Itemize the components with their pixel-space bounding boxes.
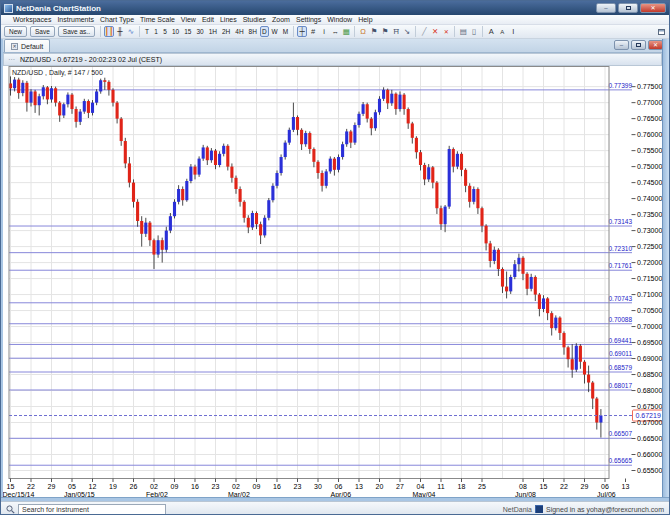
tab-default[interactable]: ✕ Default [4, 39, 50, 52]
timeframe-t-button[interactable]: T [143, 26, 151, 37]
trendline-icon[interactable]: ╱ [419, 26, 429, 37]
timeframe-15-button[interactable]: 15 [182, 26, 193, 37]
svg-text:0.73000: 0.73000 [637, 227, 662, 234]
delete-all-lines-icon[interactable]: ✕ [441, 26, 451, 37]
maximize-button[interactable] [618, 3, 638, 13]
svg-text:06: 06 [601, 483, 609, 490]
expand-icon[interactable]: ↔ [330, 26, 340, 37]
timeframe-1-button[interactable]: 1 [152, 26, 160, 37]
chart-close-button[interactable]: ✕ [648, 40, 663, 50]
minimize-button[interactable]: – [596, 3, 616, 13]
print-icon[interactable]: ▤ [458, 26, 468, 37]
menu-chart-type[interactable]: Chart Type [100, 16, 134, 23]
svg-text:0.70000: 0.70000 [637, 323, 662, 330]
alert-down-icon[interactable]: ⚑ [369, 26, 379, 37]
menu-lines[interactable]: Lines [220, 16, 237, 23]
search-icon [6, 505, 15, 514]
trend-step-icon[interactable]: ↘ [402, 26, 412, 37]
svg-text:25: 25 [478, 483, 486, 490]
candlestick-chart-canvas[interactable]: 0.773990.731430.723100.717610.707430.700… [1, 66, 664, 497]
timeframe-30-button[interactable]: 30 [194, 26, 205, 37]
print-preview-icon[interactable]: ▯ [469, 26, 479, 37]
svg-text:0.70500: 0.70500 [637, 307, 662, 314]
save-button[interactable]: Save [30, 26, 55, 37]
timeframe-4h-button[interactable]: 4H [233, 26, 245, 37]
workspace-frame-right [662, 39, 669, 497]
alarm-bell-icon[interactable]: Ω [358, 26, 368, 37]
crosshair-icon[interactable]: ┼ [297, 26, 307, 37]
svg-text:0.77000: 0.77000 [637, 99, 662, 106]
timeframe-5-button[interactable]: 5 [161, 26, 169, 37]
save-as-button[interactable]: Save as.. [58, 26, 95, 37]
svg-text:0.68500: 0.68500 [637, 371, 662, 378]
timeframe-2h-button[interactable]: 2H [220, 26, 232, 37]
alert-up-icon[interactable]: ⚑ [380, 26, 390, 37]
bar-chart-icon[interactable]: ┃┃ [104, 26, 114, 37]
svg-text:0.70743: 0.70743 [609, 295, 633, 302]
title-bar[interactable]: NetDania ChartStation – ✕ [1, 1, 669, 15]
timeframe-d-button[interactable]: D [260, 26, 269, 37]
svg-text:09: 09 [253, 483, 261, 490]
timeframe-8h-button[interactable]: 8H [247, 26, 259, 37]
svg-text:0.73500: 0.73500 [637, 211, 662, 218]
annotation-icon[interactable]: Ħ [391, 26, 401, 37]
window-controls: – ✕ [596, 3, 666, 13]
svg-text:02: 02 [232, 483, 240, 490]
menu-settings[interactable]: Settings [296, 16, 321, 23]
chart-window-menu-icon[interactable]: ⋯ [8, 56, 16, 64]
menu-workspaces[interactable]: Workspaces [13, 16, 51, 23]
menu-instruments[interactable]: Instruments [57, 16, 94, 23]
text-tool-icon[interactable]: I [508, 26, 518, 37]
toolbar-separator [100, 26, 101, 37]
menu-bar: WorkspacesInstrumentsChart TypeTime Scal… [1, 15, 669, 25]
menu-edit[interactable]: Edit [202, 16, 214, 23]
close-button[interactable]: ✕ [640, 3, 666, 13]
price-chart[interactable]: 0.773990.731430.723100.717610.707430.700… [1, 66, 664, 497]
chart-restore-button[interactable] [631, 40, 646, 50]
mdi-window-controls: – ✕ [614, 40, 666, 52]
svg-text:0.65665: 0.65665 [609, 457, 633, 464]
menu-window[interactable]: Window [327, 16, 352, 23]
menu-view[interactable]: View [181, 16, 196, 23]
svg-text:26: 26 [130, 483, 138, 490]
instrument-search-input[interactable] [18, 504, 166, 515]
svg-text:0.77399: 0.77399 [609, 82, 633, 89]
tab-close-icon[interactable]: ✕ [11, 43, 18, 50]
candlestick-icon[interactable]: ╫ [115, 26, 125, 37]
timeframe-w-button[interactable]: W [270, 26, 280, 37]
svg-text:0.72500: 0.72500 [637, 243, 662, 250]
tab-bar: ✕ Default – ✕ [1, 39, 669, 53]
menu-help[interactable]: Help [358, 16, 372, 23]
svg-text:11: 11 [437, 483, 444, 490]
delete-line-icon[interactable]: ✕ [430, 26, 440, 37]
menu-zoom[interactable]: Zoom [272, 16, 290, 23]
line-chart-icon[interactable]: ∿ [126, 26, 136, 37]
snapshot-icon[interactable]: ▦ [341, 26, 351, 37]
info-icon[interactable]: i [319, 26, 329, 37]
timeframe-1h-button[interactable]: 1H [207, 26, 219, 37]
svg-text:0.70088: 0.70088 [609, 316, 633, 323]
svg-text:29: 29 [581, 483, 589, 490]
toolbar: NewSaveSave as..┃┃╫∿T151015301H2H4H8HDWM… [1, 25, 669, 39]
svg-text:0.69441: 0.69441 [609, 337, 633, 344]
signed-in-label: Signed in as yohay@forexcrunch.com [546, 506, 664, 513]
menu-time-scale[interactable]: Time Scale [140, 16, 175, 23]
svg-text:0.67000: 0.67000 [637, 419, 662, 426]
font-decrease-icon[interactable]: A [497, 26, 507, 37]
timeframe-m-button[interactable]: M [281, 26, 290, 37]
svg-text:0.68579: 0.68579 [609, 364, 633, 371]
chart-window-titlebar[interactable]: ⋯ NZD/USD - 0.67219 - 20:02:23 02 Jul (C… [3, 53, 662, 66]
timeframe-10-button[interactable]: 10 [170, 26, 181, 37]
chart-minimize-button[interactable]: – [614, 40, 629, 50]
restore-chart-window-button[interactable] [656, 26, 666, 37]
svg-text:18: 18 [458, 483, 466, 490]
new-button[interactable]: New [4, 26, 27, 37]
grid-icon[interactable]: # [308, 26, 318, 37]
svg-text:0.69011: 0.69011 [609, 350, 632, 357]
svg-text:0.66507: 0.66507 [609, 430, 633, 437]
menu-studies[interactable]: Studies [243, 16, 266, 23]
netdania-logo-icon [535, 505, 543, 513]
svg-text:15: 15 [540, 483, 548, 490]
font-increase-icon[interactable]: A [486, 26, 496, 37]
svg-text:23: 23 [212, 483, 220, 490]
